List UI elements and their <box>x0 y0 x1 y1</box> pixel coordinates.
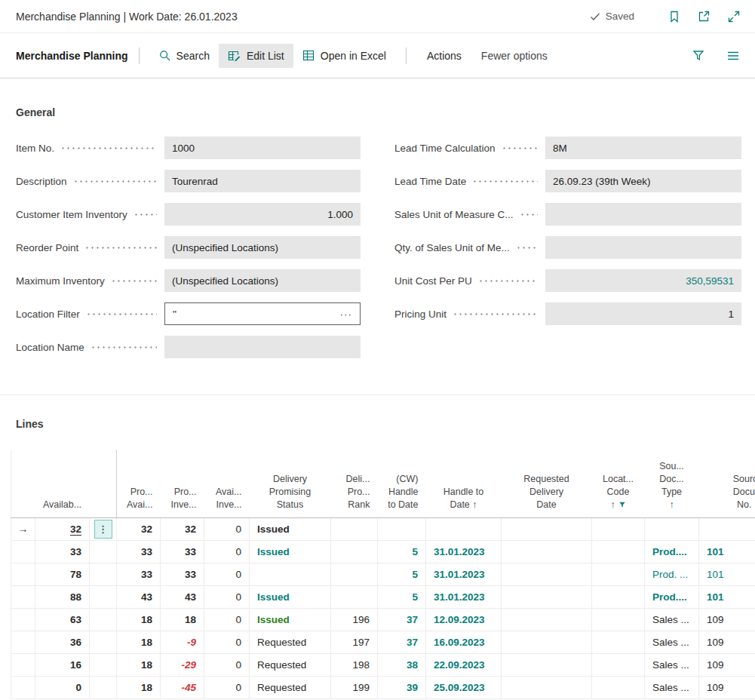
cell-locat[interactable] <box>592 540 645 563</box>
cell-availab[interactable]: 16 <box>35 653 90 676</box>
cell-pro_inve[interactable]: 18 <box>161 608 204 631</box>
cell-sou_type[interactable]: Prod.... <box>645 585 699 608</box>
cell-rank[interactable] <box>331 540 378 563</box>
cell-source_no[interactable] <box>699 517 755 540</box>
cell-availab[interactable]: 33 <box>35 540 90 563</box>
filter-icon[interactable] <box>692 50 704 61</box>
cell-req_date[interactable] <box>502 653 592 676</box>
cell-locat[interactable] <box>592 608 645 631</box>
cell-availab[interactable]: 36 <box>35 631 90 653</box>
cell-locat[interactable] <box>592 585 645 608</box>
cell-menu[interactable] <box>90 540 117 563</box>
cell-menu[interactable] <box>90 608 117 631</box>
cell-arrow[interactable] <box>11 653 35 676</box>
cell-avai_inve[interactable]: 0 <box>204 540 250 563</box>
field-input-pricing-unit[interactable]: 1 <box>545 302 741 325</box>
cell-cw[interactable]: 37 <box>378 608 426 631</box>
cell-source_no[interactable]: 109 <box>699 676 755 698</box>
column-header-pro_inve[interactable]: Pro...Inve... <box>161 450 204 517</box>
expand-icon[interactable] <box>728 11 740 23</box>
column-header-req_date[interactable]: RequestedDeliveryDate <box>502 450 592 517</box>
cell-menu[interactable] <box>90 585 117 608</box>
cell-sou_type[interactable] <box>645 517 699 540</box>
cell-menu[interactable] <box>90 676 117 698</box>
cell-handle_date[interactable]: 31.01.2023 <box>426 563 502 585</box>
cell-cw[interactable]: 37 <box>378 631 426 653</box>
cell-sou_type[interactable]: Sales ... <box>645 676 699 698</box>
cell-status[interactable]: Issued <box>250 540 331 563</box>
cell-sou_type[interactable]: Sales ... <box>645 653 699 676</box>
field-input-location-name[interactable] <box>164 336 361 358</box>
cell-avai_inve[interactable]: 0 <box>204 517 250 540</box>
field-input-lead-time-calculation[interactable]: 8M <box>545 137 741 159</box>
cell-locat[interactable] <box>592 676 645 698</box>
column-header-status[interactable]: DeliveryPromisingStatus <box>250 450 331 517</box>
fewer-options-button[interactable]: Fewer options <box>471 44 557 68</box>
assist-edit-button[interactable]: ··· <box>340 309 353 320</box>
cell-pro_inve[interactable]: 33 <box>161 540 204 563</box>
cell-avai_inve[interactable]: 0 <box>204 563 250 585</box>
cell-sou_type[interactable]: Prod.... <box>645 540 699 563</box>
cell-handle_date[interactable]: 22.09.2023 <box>426 653 502 676</box>
cell-pro_inve[interactable]: 32 <box>161 517 204 540</box>
cell-pro_avai[interactable]: 43 <box>117 585 161 608</box>
cell-pro_inve[interactable]: -9 <box>161 631 204 653</box>
open-in-excel-button[interactable]: Open in Excel <box>293 44 395 68</box>
column-header-availab[interactable]: Availab... <box>35 450 90 517</box>
cell-pro_avai[interactable]: 18 <box>117 676 161 698</box>
cell-source_no[interactable]: 109 <box>699 608 755 631</box>
cell-pro_inve[interactable]: -29 <box>161 653 204 676</box>
cell-locat[interactable] <box>592 653 645 676</box>
cell-req_date[interactable] <box>502 631 592 653</box>
cell-cw[interactable]: 5 <box>378 585 426 608</box>
cell-arrow[interactable] <box>11 563 35 585</box>
edit-list-button[interactable]: Edit List <box>219 44 293 68</box>
cell-arrow[interactable] <box>11 585 35 608</box>
cell-avai_inve[interactable]: 0 <box>204 653 250 676</box>
cell-source_no[interactable]: 101 <box>699 563 755 585</box>
field-input-maximum-inventory[interactable]: (Unspecified Locations) <box>164 269 361 292</box>
field-input-sales-unit-of-measure-code[interactable] <box>545 203 741 226</box>
cell-arrow[interactable] <box>11 540 35 563</box>
cell-sou_type[interactable]: Prod. ... <box>645 563 699 585</box>
cell-source_no[interactable]: 109 <box>699 631 755 653</box>
open-in-window-icon[interactable] <box>698 11 710 23</box>
cell-handle_date[interactable]: 25.09.2023 <box>426 676 502 698</box>
cell-sou_type[interactable]: Sales ... <box>645 631 699 653</box>
cell-menu[interactable] <box>90 653 117 676</box>
cell-pro_avai[interactable]: 33 <box>117 563 161 585</box>
column-header-handle_date[interactable]: Handle toDate ↑ <box>426 450 502 517</box>
field-input-description[interactable]: Tourenrad <box>164 170 361 192</box>
show-list-icon[interactable] <box>727 51 739 61</box>
cell-source_no[interactable]: 101 <box>699 540 755 563</box>
cell-status[interactable]: Requested <box>250 676 331 698</box>
cell-rank[interactable]: 198 <box>331 653 378 676</box>
cell-rank[interactable] <box>331 517 378 540</box>
cell-pro_avai[interactable]: 33 <box>117 540 161 563</box>
field-input-qty-of-sales-unit-of-measure[interactable] <box>545 236 741 259</box>
cell-availab[interactable]: 32 <box>35 517 90 540</box>
cell-cw[interactable] <box>378 517 426 540</box>
cell-source_no[interactable]: 109 <box>699 653 755 676</box>
cell-req_date[interactable] <box>502 540 592 563</box>
cell-availab[interactable]: 0 <box>35 676 90 698</box>
cell-status[interactable] <box>250 563 331 585</box>
cell-pro_inve[interactable]: 43 <box>161 585 204 608</box>
cell-handle_date[interactable] <box>426 517 502 540</box>
cell-locat[interactable] <box>592 631 645 653</box>
actions-menu-button[interactable]: Actions <box>417 44 471 68</box>
cell-avai_inve[interactable]: 0 <box>204 585 250 608</box>
column-header-cw[interactable]: (CW)Handleto Date <box>378 450 426 517</box>
cell-handle_date[interactable]: 31.01.2023 <box>426 585 502 608</box>
cell-rank[interactable] <box>331 563 378 585</box>
cell-rank[interactable]: 199 <box>331 676 378 698</box>
column-header-pro_avai[interactable]: Pro...Avai... <box>117 450 161 517</box>
cell-status[interactable]: Issued <box>250 517 331 540</box>
cell-avai_inve[interactable]: 0 <box>204 608 250 631</box>
cell-pro_avai[interactable]: 18 <box>117 608 161 631</box>
cell-source_no[interactable]: 101 <box>699 585 755 608</box>
cell-req_date[interactable] <box>502 517 592 540</box>
cell-arrow[interactable] <box>11 631 35 653</box>
field-input-lead-time-date[interactable]: 26.09.23 (39th Week) <box>545 170 741 192</box>
cell-pro_inve[interactable]: 33 <box>161 563 204 585</box>
